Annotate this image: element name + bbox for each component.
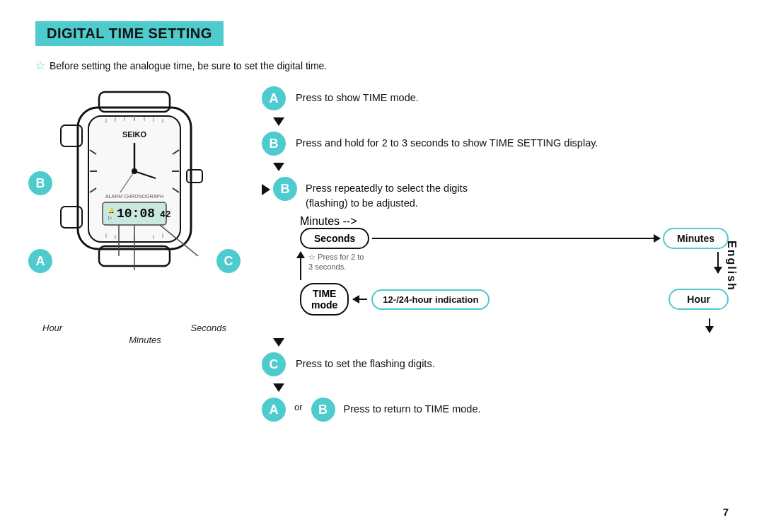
step-a-circle: A xyxy=(262,86,286,110)
svg-text:🔔: 🔔 xyxy=(108,207,115,214)
step-b-row: B Press and hold for 2 to 3 seconds to s… xyxy=(262,132,729,156)
indication-box: 12-/24-hour indication xyxy=(371,289,490,310)
step-ab-row: A or B Press to return to TIME mode. xyxy=(262,398,729,422)
step-a-text: Press to show TIME mode. xyxy=(296,86,419,105)
hour-down-arrow-container xyxy=(300,318,729,332)
hour-box: Hour xyxy=(668,289,729,310)
page-number: 7 xyxy=(723,506,729,518)
step-b2-circle: B xyxy=(273,177,297,201)
svg-rect-1 xyxy=(99,92,170,112)
step-c-row: C Press to set the flashing digits. xyxy=(262,352,729,376)
arrow-down-2 xyxy=(273,163,284,171)
hour-to-indication-arrow xyxy=(709,318,710,332)
svg-rect-5 xyxy=(187,170,202,183)
or-text: or xyxy=(294,398,303,412)
title-box: DIGITAL TIME SETTING xyxy=(35,21,224,46)
step-c-circle: C xyxy=(262,352,286,376)
minutes-label: Minutes xyxy=(129,335,161,345)
arrow-sec-to-min xyxy=(372,238,660,239)
svg-text:ALARM CHRONOGRAPH: ALARM CHRONOGRAPH xyxy=(105,194,163,199)
step-ab-text: Press to return to TIME mode. xyxy=(344,398,481,417)
step-c-right: C xyxy=(216,249,241,273)
minutes-box: Minutes xyxy=(663,228,729,249)
watch-b-circle: B xyxy=(28,171,52,195)
seconds-label: Seconds xyxy=(190,323,226,333)
watch-a-circle: A xyxy=(28,249,52,273)
star-icon: ☆ xyxy=(35,59,45,72)
step-b2-row: B Press repeatedly to select the digits(… xyxy=(262,177,729,211)
step-a-row: A Press to show TIME mode. xyxy=(262,86,729,110)
step-b-text: Press and hold for 2 to 3 seconds to sho… xyxy=(296,132,598,151)
svg-text:10:08: 10:08 xyxy=(117,207,155,221)
arrow-down-3 xyxy=(273,338,284,347)
time-mode-box: TIMEmode xyxy=(300,283,349,316)
svg-text:42: 42 xyxy=(160,209,171,220)
step-a-final-circle: A xyxy=(262,398,286,422)
step-b2-text: Press repeatedly to select the digits(fl… xyxy=(306,177,468,211)
instructions-section: A Press to show TIME mode. B Press and h… xyxy=(262,86,729,422)
main-content: SEIKO ALARM CHRONOGRAPH 🔔 ▷ 10:08 42 xyxy=(35,86,729,422)
watch-diagram: SEIKO ALARM CHRONOGRAPH 🔔 ▷ 10:08 42 xyxy=(35,86,233,327)
svg-point-28 xyxy=(132,168,137,174)
step-b-final-circle: B xyxy=(311,398,335,422)
page-container: DIGITAL TIME SETTING ☆ Before setting th… xyxy=(0,0,764,532)
digit-flow: Minutes --> Seconds Minutes xyxy=(300,215,729,332)
arrow-down-1 xyxy=(273,117,284,126)
subtitle-row: ☆ Before setting the analogue time, be s… xyxy=(35,59,729,72)
seconds-box: Seconds xyxy=(300,228,369,249)
arrow-right-b2 xyxy=(262,184,270,195)
step-c-text: Press to set the flashing digits. xyxy=(296,352,435,371)
watch-c-circle: C xyxy=(216,249,241,273)
arrow-down-4 xyxy=(273,383,284,392)
page-title: DIGITAL TIME SETTING xyxy=(47,25,212,42)
english-label: English xyxy=(726,241,738,291)
arrow-indication-to-time xyxy=(353,299,367,300)
english-sidebar: English xyxy=(725,241,738,291)
watch-section: SEIKO ALARM CHRONOGRAPH 🔔 ▷ 10:08 42 xyxy=(35,86,233,345)
subtitle-text: Before setting the analogue time, be sur… xyxy=(50,60,327,71)
hour-label: Hour xyxy=(42,323,62,333)
svg-text:SEIKO: SEIKO xyxy=(122,130,147,139)
press-note: ☆ Press for 2 to3 seconds. xyxy=(308,252,364,272)
step-a-left: A xyxy=(28,249,52,273)
time-mode-text: TIMEmode xyxy=(311,288,337,311)
step-b-circle: B xyxy=(262,132,286,156)
step-b-left: B xyxy=(28,171,52,195)
